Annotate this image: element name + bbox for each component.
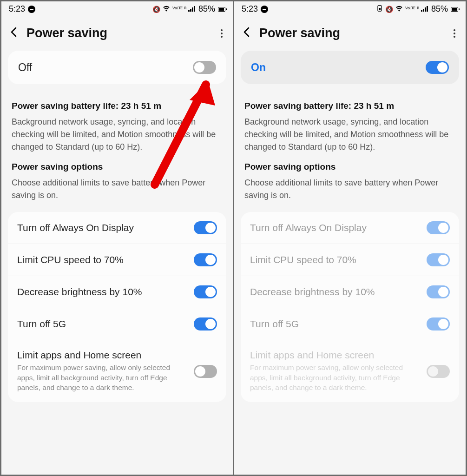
battery-icon	[218, 7, 225, 12]
option-label: Decrease brightness by 10%	[250, 286, 375, 298]
mute-icon: 🔇	[385, 6, 393, 13]
status-time: 5:23	[9, 4, 25, 14]
option-toggle[interactable]	[194, 365, 217, 378]
svg-rect-8	[425, 7, 426, 12]
master-card: On	[241, 51, 459, 84]
options-heading: Power saving options	[244, 162, 455, 172]
signal-icon	[421, 6, 428, 13]
content: On Power saving battery life: 23 h 51 m …	[234, 51, 466, 475]
status-time: 5:23	[242, 4, 258, 14]
option-limit-apps[interactable]: Limit apps and Home screen For maximum p…	[8, 340, 226, 402]
info-block: Power saving battery life: 23 h 51 m Bac…	[8, 91, 226, 212]
option-label: Limit CPU speed to 70%	[250, 254, 356, 265]
header: Power saving	[1, 16, 233, 51]
option-label: Limit apps and Home screen	[250, 350, 408, 361]
option-aod[interactable]: Turn off Always On Display	[241, 212, 459, 244]
option-label: Limit apps and Home screen	[17, 350, 175, 361]
battery-life-line: Power saving battery life: 23 h 51 m	[12, 101, 223, 111]
options-desc: Choose additional limits to save battery…	[244, 177, 455, 202]
content: Off Power saving battery life: 23 h 51 m…	[1, 51, 233, 475]
info-desc: Background network usage, syncing, and l…	[12, 116, 223, 153]
master-card: Off	[8, 51, 226, 84]
option-limit-apps[interactable]: Limit apps and Home screen For maximum p…	[241, 340, 459, 402]
option-label: Turn off 5G	[17, 318, 66, 330]
option-toggle[interactable]	[427, 285, 450, 298]
options-card: Turn off Always On Display Limit CPU spe…	[8, 212, 226, 402]
battery-percent: 85%	[198, 4, 215, 14]
svg-rect-6	[421, 10, 422, 12]
option-cpu[interactable]: Limit CPU speed to 70%	[241, 244, 459, 276]
option-toggle[interactable]	[427, 221, 450, 234]
back-button[interactable]	[7, 27, 20, 40]
lte-indicator: ⱽᵒᴸᵀᴱ	[172, 6, 182, 13]
option-toggle[interactable]	[427, 317, 450, 331]
svg-rect-2	[192, 7, 193, 12]
option-toggle[interactable]	[194, 317, 217, 331]
option-label: Turn off Always On Display	[250, 222, 367, 233]
option-toggle[interactable]	[194, 221, 217, 234]
status-bar: 5:23 🔇 ⱽᵒᴸᵀᴱ ᴿ 85%	[234, 1, 466, 16]
option-toggle[interactable]	[427, 253, 450, 266]
svg-rect-1	[190, 9, 191, 12]
option-brightness[interactable]: Decrease brightness by 10%	[8, 276, 226, 308]
svg-rect-3	[194, 6, 195, 12]
info-desc: Background network usage, syncing, and l…	[244, 116, 455, 153]
option-sub: For maximum power saving, allow only sel…	[17, 363, 175, 393]
signal-icon	[188, 6, 196, 13]
lte-indicator: ⱽᵒᴸᵀᴱ	[405, 6, 415, 13]
svg-rect-5	[379, 8, 381, 10]
page-title: Power saving	[259, 26, 340, 40]
master-toggle[interactable]	[426, 61, 449, 74]
net-indicator: ᴿ	[184, 6, 186, 13]
svg-rect-0	[188, 10, 190, 12]
option-label: Turn off 5G	[250, 318, 299, 330]
back-button[interactable]	[240, 27, 253, 40]
info-block: Power saving battery life: 23 h 51 m Bac…	[241, 91, 459, 212]
option-label: Decrease brightness by 10%	[17, 286, 142, 298]
page-title: Power saving	[26, 26, 107, 40]
options-heading: Power saving options	[12, 162, 223, 172]
battery-percent: 85%	[431, 4, 448, 14]
power-saving-status-icon	[377, 5, 383, 13]
more-button[interactable]	[219, 27, 224, 40]
phone-right: 5:23 🔇 ⱽᵒᴸᵀᴱ ᴿ 85% Power saving	[234, 1, 466, 475]
wifi-icon	[395, 5, 403, 13]
svg-rect-7	[423, 9, 424, 12]
master-toggle-row[interactable]: On	[241, 51, 459, 84]
option-toggle[interactable]	[194, 285, 217, 298]
options-desc: Choose additional limits to save battery…	[12, 177, 223, 202]
dnd-icon	[28, 6, 35, 13]
status-bar: 5:23 🔇 ⱽᵒᴸᵀᴱ ᴿ 85%	[1, 1, 233, 16]
battery-icon	[451, 7, 458, 12]
option-5g[interactable]: Turn off 5G	[8, 308, 226, 340]
option-toggle[interactable]	[427, 365, 450, 378]
master-label: Off	[18, 61, 32, 74]
svg-rect-9	[427, 6, 428, 12]
option-cpu[interactable]: Limit CPU speed to 70%	[8, 244, 226, 276]
header: Power saving	[234, 16, 466, 51]
option-label: Limit CPU speed to 70%	[17, 254, 124, 265]
net-indicator: ᴿ	[417, 6, 419, 13]
option-5g[interactable]: Turn off 5G	[241, 308, 459, 340]
master-label: On	[251, 61, 266, 74]
master-toggle[interactable]	[193, 61, 216, 74]
option-aod[interactable]: Turn off Always On Display	[8, 212, 226, 244]
wifi-icon	[162, 5, 171, 13]
master-toggle-row[interactable]: Off	[8, 51, 226, 84]
option-label: Turn off Always On Display	[17, 222, 134, 233]
more-button[interactable]	[452, 27, 457, 40]
options-card: Turn off Always On Display Limit CPU spe…	[241, 212, 459, 402]
phone-left: 5:23 🔇 ⱽᵒᴸᵀᴱ ᴿ 85% Power saving	[1, 1, 233, 475]
battery-life-line: Power saving battery life: 23 h 51 m	[244, 101, 455, 111]
option-toggle[interactable]	[194, 253, 217, 266]
mute-icon: 🔇	[152, 6, 160, 13]
option-sub: For maximum power saving, allow only sel…	[250, 363, 408, 393]
dnd-icon	[261, 6, 268, 13]
option-brightness[interactable]: Decrease brightness by 10%	[241, 276, 459, 308]
